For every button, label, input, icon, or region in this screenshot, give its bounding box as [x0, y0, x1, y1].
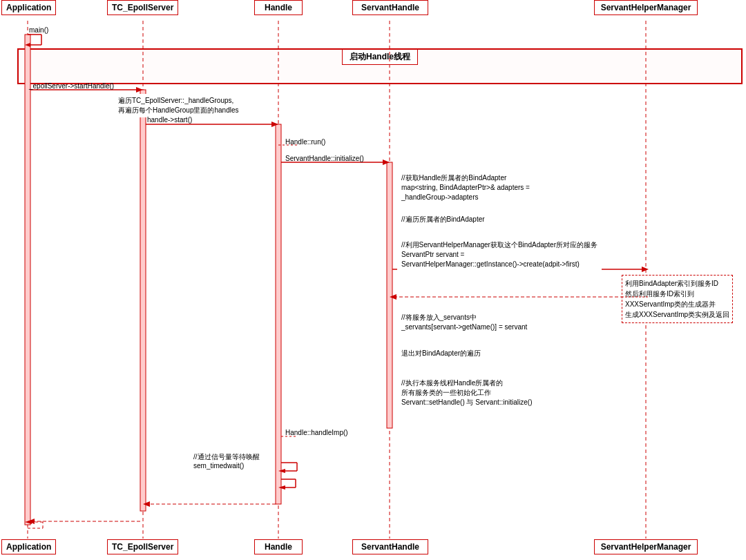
actor-epoll-top: TC_EpollServer — [107, 0, 178, 15]
note-traverse-groups: 遍历TC_EpollServer::_handleGroups,再遍历每个Han… — [114, 94, 243, 117]
note-get-servant: //利用ServantHelperManager获取这个BindAdapter所… — [397, 238, 602, 271]
svg-marker-40 — [25, 520, 32, 524]
svg-rect-8 — [387, 162, 392, 428]
actor-application-bottom: Application — [1, 539, 56, 554]
svg-marker-19 — [383, 160, 390, 165]
note-traverse-adapters: //遍历所属者的BindAdapter — [397, 213, 489, 226]
svg-marker-12 — [25, 43, 30, 47]
svg-marker-14 — [136, 87, 143, 93]
svg-marker-23 — [390, 294, 396, 300]
note-create-servant: 利用BindAdapter索引到服务ID然后利用服务ID索引到XXXServan… — [622, 275, 733, 323]
actor-epoll-bottom: TC_EpollServer — [107, 539, 178, 554]
note-put-servants: //将服务放入_servants中_servants[servant->getN… — [397, 311, 531, 334]
svg-marker-36 — [28, 519, 35, 524]
actor-helper-top: ServantHelperManager — [594, 0, 698, 15]
actor-servant-bottom: ServantHandle — [352, 539, 428, 554]
svg-marker-16 — [271, 122, 278, 127]
msg-sem-timedwait: //通过信号量等待唤醒sem_timedwait() — [193, 452, 260, 470]
svg-marker-34 — [143, 501, 150, 507]
actor-application-top: Application — [1, 0, 56, 15]
msg-handle-start: handle->start() — [147, 116, 192, 124]
actor-handle-bottom: Handle — [254, 539, 303, 554]
msg-handle-imp: Handle::handleImp() — [285, 429, 348, 436]
svg-rect-7 — [276, 124, 281, 504]
svg-rect-6 — [140, 90, 146, 511]
svg-marker-28 — [278, 469, 285, 473]
svg-marker-32 — [278, 485, 285, 490]
svg-rect-5 — [25, 35, 30, 525]
actor-helper-bottom: ServantHelperManager — [594, 539, 698, 554]
actor-servant-top: ServantHandle — [352, 0, 428, 15]
actor-handle-top: Handle — [254, 0, 303, 15]
frame-label: 启动Handle线程 — [342, 49, 418, 65]
msg-handle-run: Handle::run() — [285, 138, 325, 146]
sequence-diagram: Application TC_EpollServer Handle Servan… — [0, 0, 746, 560]
note-init-work: //执行本服务线程Handle所属者的所有服务类的一些初始化工作Servant:… — [397, 376, 537, 409]
msg-main: main() — [29, 26, 48, 34]
note-get-bind-adapter: //获取Handle所属者的BindAdaptermap<string, Bin… — [397, 171, 534, 204]
msg-servant-init: ServantHandle::initialize() — [285, 155, 364, 162]
frame-start-handle: 启动Handle线程 — [17, 48, 743, 84]
note-exit-traverse: 退出对BindAdapter的遍历 — [397, 347, 485, 360]
msg-start-handle: _epollServer->startHandle() — [29, 82, 114, 90]
svg-marker-21 — [642, 267, 649, 272]
